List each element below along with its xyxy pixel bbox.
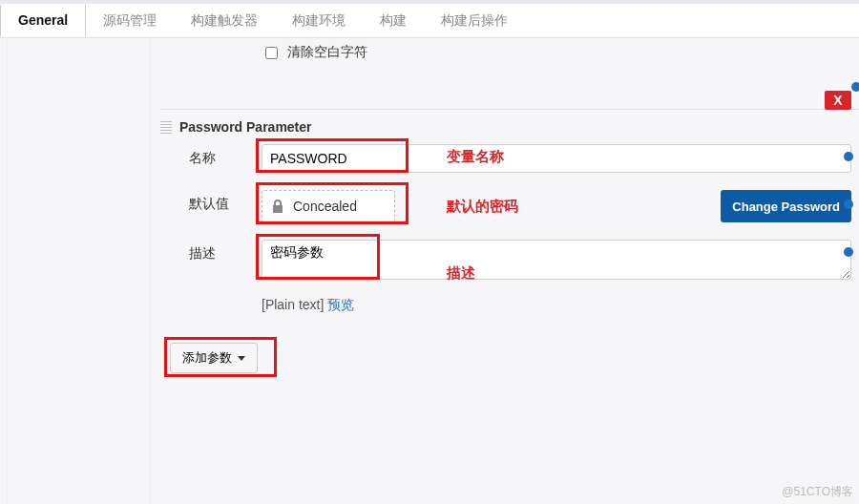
add-parameter-label: 添加参数	[182, 349, 232, 367]
watermark-text: @51CTO博客	[782, 484, 853, 500]
tab-env[interactable]: 构建环境	[275, 5, 363, 37]
lock-icon	[272, 200, 283, 213]
desc-label: 描述	[189, 240, 242, 262]
clear-whitespace-checkbox[interactable]	[265, 47, 278, 59]
concealed-indicator: Concealed	[262, 190, 395, 222]
default-label: 默认值	[189, 190, 242, 213]
clear-whitespace-label: 清除空白字符	[287, 44, 367, 61]
add-parameter-button[interactable]: 添加参数	[170, 343, 258, 373]
help-icon[interactable]	[851, 82, 859, 92]
annotation-default: 默认的密码	[447, 198, 518, 216]
group-separator	[160, 109, 859, 110]
tab-general[interactable]: General	[0, 5, 86, 37]
drag-handle-icon[interactable]	[160, 120, 172, 134]
chevron-down-icon	[238, 356, 245, 361]
plain-text-label: [Plain text]	[262, 297, 324, 312]
annotation-name: 变量名称	[447, 148, 504, 166]
row-desc: 描述 密码参数 描述	[160, 240, 851, 280]
password-parameter-section: X Password Parameter 名称 变量名称 默认值	[160, 116, 851, 314]
section-title: Password Parameter	[179, 119, 312, 135]
row-name: 名称 变量名称	[160, 144, 851, 173]
tab-triggers[interactable]: 构建触发器	[174, 5, 275, 37]
config-panel: 清除空白字符 X Password Parameter 名称 变量名	[151, 38, 859, 504]
help-icon[interactable]	[844, 152, 853, 161]
nav-gutter	[0, 38, 8, 504]
tab-build[interactable]: 构建	[363, 5, 424, 37]
help-icon[interactable]	[844, 247, 853, 257]
preview-link[interactable]: 预览	[327, 297, 354, 312]
desc-format-row: [Plain text] 预览	[262, 297, 851, 314]
row-default: 默认值 Concealed Change Password 默认的密码	[160, 190, 851, 222]
tab-post[interactable]: 构建后操作	[424, 5, 525, 37]
config-tabs: General 源码管理 构建触发器 构建环境 构建 构建后操作	[0, 0, 859, 38]
desc-textarea[interactable]: 密码参数	[262, 240, 851, 280]
left-margin	[8, 38, 151, 504]
tab-scm[interactable]: 源码管理	[86, 5, 174, 37]
name-label: 名称	[189, 144, 242, 167]
name-input[interactable]	[262, 144, 851, 173]
delete-parameter-button[interactable]: X	[825, 91, 851, 110]
change-password-button[interactable]: Change Password	[721, 190, 851, 222]
help-icon[interactable]	[844, 200, 853, 209]
concealed-text: Concealed	[293, 199, 357, 214]
annotation-desc: 描述	[447, 264, 475, 283]
